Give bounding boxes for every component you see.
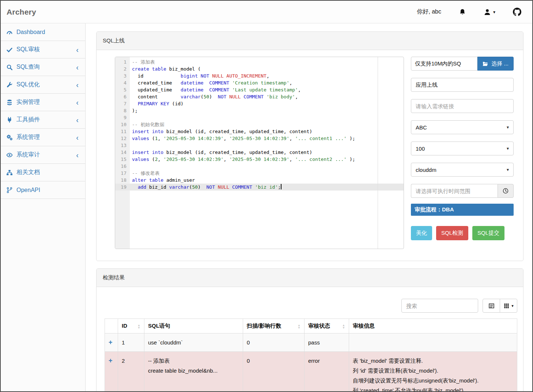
code-line: 18alter table admin_user bbox=[115, 177, 404, 184]
sql-editor[interactable]: 1-- 添加表2create table biz_model (3 id big… bbox=[115, 57, 404, 249]
sql-online-panel-title: SQL上线 bbox=[97, 32, 523, 50]
cell-affected-rows: 0 bbox=[243, 352, 305, 392]
cell-id: 1 bbox=[118, 333, 144, 352]
expand-row-button[interactable]: + bbox=[105, 333, 118, 352]
user-greeting: 你好, abc bbox=[417, 8, 441, 16]
sidebar-item-label: SQL优化 bbox=[16, 81, 40, 88]
line-number: 9 bbox=[115, 114, 130, 121]
column-header bbox=[105, 319, 118, 333]
line-number: 13 bbox=[115, 142, 130, 149]
github-icon bbox=[513, 8, 521, 16]
sort-icon: ▲▼ bbox=[298, 324, 300, 329]
column-header[interactable]: 审核状态▲▼ bbox=[305, 319, 349, 333]
sql-editor-lines: 1-- 添加表2create table biz_model (3 id big… bbox=[115, 57, 404, 191]
columns-button[interactable]: ▾ bbox=[500, 299, 517, 313]
line-number: 15 bbox=[115, 156, 130, 163]
code-line: 15values (2, '2025-05-30 14:02:39', '202… bbox=[115, 156, 404, 163]
code-line: 2create table biz_model ( bbox=[115, 65, 404, 72]
eye-icon bbox=[6, 152, 13, 158]
sql-check-button[interactable]: SQL检测 bbox=[436, 226, 468, 240]
list-view-icon bbox=[488, 303, 495, 309]
line-number: 10 bbox=[115, 121, 130, 128]
search-icon bbox=[6, 64, 13, 71]
database-select[interactable]: clouddm▾ bbox=[411, 163, 514, 177]
sidebar-item-tool-plugins[interactable]: 工具插件‹ bbox=[1, 111, 85, 129]
sidebar-item-openapi[interactable]: OpenAPI bbox=[1, 181, 85, 199]
instance-select[interactable]: 100▾ bbox=[411, 142, 514, 155]
line-number: 5 bbox=[115, 86, 130, 93]
line-number: 1 bbox=[115, 59, 130, 65]
sql-submit-button[interactable]: SQL提交 bbox=[472, 226, 504, 240]
line-number: 6 bbox=[115, 93, 130, 100]
user-menu[interactable]: ▾ bbox=[484, 8, 495, 16]
code-line: 11insert into biz_model (id, created_tim… bbox=[115, 128, 404, 135]
sidebar-item-label: 工具插件 bbox=[16, 116, 40, 124]
line-number: 2 bbox=[115, 65, 130, 72]
search-input[interactable] bbox=[401, 299, 478, 313]
table-toolbar: ▾ bbox=[105, 299, 517, 313]
line-number: 14 bbox=[115, 149, 130, 156]
time-range-input[interactable] bbox=[411, 184, 498, 198]
column-header[interactable]: ID▲▼ bbox=[118, 319, 144, 333]
dashboard-icon bbox=[6, 29, 13, 35]
toggle-view-button[interactable] bbox=[483, 299, 500, 313]
sidebar-item-instance-manage[interactable]: 实例管理‹ bbox=[1, 94, 85, 111]
line-number: 3 bbox=[115, 72, 130, 79]
sidebar-item-label: 相关文档 bbox=[16, 169, 40, 176]
code-line: 9 bbox=[115, 114, 404, 121]
top-navbar: Archery 你好, abc ▾ bbox=[1, 1, 532, 23]
check-result-body: ▾ ID▲▼SQL语句扫描/影响行数▲▼审核状态▲▼审核信息 +1use `cl… bbox=[97, 287, 523, 391]
sidebar-item-sql-query[interactable]: SQL查询‹ bbox=[1, 59, 85, 76]
user-icon bbox=[484, 8, 491, 16]
bell-icon bbox=[459, 8, 466, 16]
sidebar-item-system-manage[interactable]: 系统管理‹ bbox=[1, 129, 85, 146]
main-layout: DashboardSQL审核‹SQL查询‹SQL优化‹实例管理‹工具插件‹系统管… bbox=[1, 23, 532, 391]
submit-form: 仅支持10M内的SQ 选择 ... bbox=[411, 57, 514, 249]
sidebar-item-system-audit[interactable]: 系统审计‹ bbox=[1, 146, 85, 164]
demand-link-input[interactable] bbox=[411, 99, 514, 113]
cell-status: pass bbox=[305, 333, 349, 352]
sidebar-item-label: OpenAPI bbox=[16, 187, 40, 193]
expand-row-button[interactable]: + bbox=[105, 352, 118, 392]
sidebar-item-label: 系统审计 bbox=[16, 151, 40, 159]
workflow-name-input[interactable] bbox=[411, 78, 514, 92]
column-header[interactable]: 扫描/影响行数▲▼ bbox=[243, 319, 305, 333]
sidebar-item-dashboard[interactable]: Dashboard bbox=[1, 23, 85, 41]
notifications-button[interactable] bbox=[459, 8, 466, 16]
code-line: 17-- 修改老表 bbox=[115, 170, 404, 177]
line-number: 12 bbox=[115, 135, 130, 142]
caret-down-icon: ▾ bbox=[507, 146, 509, 151]
time-picker-addon[interactable] bbox=[498, 184, 514, 198]
sidebar-item-sql-audit[interactable]: SQL审核‹ bbox=[1, 41, 85, 59]
sidebar-item-sql-optimize[interactable]: SQL优化‹ bbox=[1, 76, 85, 94]
chevron-left-icon: ‹ bbox=[76, 99, 79, 106]
code-line: 16 bbox=[115, 163, 404, 170]
group-select[interactable]: ABC▾ bbox=[411, 120, 514, 134]
chevron-left-icon: ‹ bbox=[76, 46, 79, 53]
code-line: 8); bbox=[115, 107, 404, 114]
cell-sql: use `clouddm` bbox=[144, 333, 243, 352]
line-number: 4 bbox=[115, 79, 130, 86]
chevron-left-icon: ‹ bbox=[76, 134, 79, 141]
chevron-left-icon: ‹ bbox=[76, 81, 79, 88]
caret-down-icon: ▾ bbox=[507, 125, 509, 130]
line-number: 8 bbox=[115, 107, 130, 114]
wrench-icon bbox=[6, 82, 13, 88]
line-number: 7 bbox=[115, 100, 130, 107]
choose-file-button[interactable]: 选择 ... bbox=[477, 57, 514, 71]
table-row: +2-- 添加表create table biz_model&nb...0err… bbox=[105, 352, 517, 392]
sidebar-item-related-docs[interactable]: 相关文档 bbox=[1, 164, 85, 181]
app-window: Archery 你好, abc ▾ DashboardSQL审核‹SQL查询‹S… bbox=[0, 0, 533, 392]
navbar-right: 你好, abc ▾ bbox=[417, 8, 521, 16]
api-icon bbox=[6, 187, 13, 193]
beautify-button[interactable]: 美化 bbox=[411, 226, 432, 240]
sidebar-item-label: SQL审核 bbox=[16, 46, 40, 53]
sitemap-icon bbox=[6, 169, 13, 176]
database-icon bbox=[6, 99, 13, 106]
github-link[interactable] bbox=[513, 8, 521, 16]
action-buttons: 美化 SQL检测 SQL提交 bbox=[411, 226, 514, 240]
brand-logo[interactable]: Archery bbox=[7, 8, 36, 16]
chevron-left-icon: ‹ bbox=[76, 116, 79, 124]
line-number: 18 bbox=[115, 177, 130, 184]
text-cursor bbox=[281, 184, 281, 189]
